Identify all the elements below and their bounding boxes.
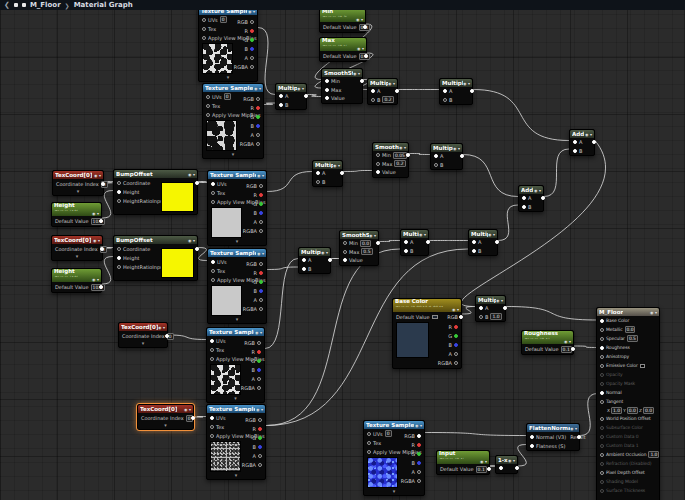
node-max[interactable]: MaxParam (0.5)◉ ▾Default Value0.5	[319, 37, 367, 62]
input-pin[interactable]	[206, 95, 210, 99]
uvs-value[interactable]: 0	[385, 430, 392, 437]
input-pin[interactable]	[600, 480, 604, 484]
input-pin[interactable]	[530, 444, 534, 448]
preview-toggle-icon[interactable]: ◉ ▾	[488, 232, 495, 237]
input-pin[interactable]	[522, 205, 526, 209]
texture-preview[interactable]	[211, 207, 242, 238]
input-pin[interactable]	[530, 435, 534, 439]
input-pin[interactable]	[210, 416, 214, 420]
input-pin[interactable]	[117, 265, 121, 269]
wire[interactable]	[498, 205, 518, 241]
output-pin[interactable]	[257, 368, 261, 372]
node-ss2[interactable]: SmoothStep◉ ▾Min0.05Max0.2Value	[372, 142, 409, 178]
input-pin[interactable]	[343, 258, 347, 262]
node-title[interactable]: TexCoord[0]◉ ▾	[52, 236, 102, 244]
node-title[interactable]: MinParam (0.3)◉ ▾	[320, 9, 365, 22]
preview-toggle-icon[interactable]: ◉ ▾	[650, 310, 657, 315]
output-pin[interactable]	[256, 124, 260, 128]
axis-value[interactable]: 0.0	[627, 407, 638, 414]
node-ts3[interactable]: Texture Sample◉ ▾UVsTexApply View MipBia…	[207, 170, 267, 246]
wire[interactable]	[462, 307, 475, 315]
output-pin[interactable]	[257, 350, 261, 354]
output-pin[interactable]	[259, 193, 263, 197]
preview-toggle-icon[interactable]: ◉ ▾	[256, 407, 263, 412]
expand-chevron-icon[interactable]: ▾	[199, 75, 257, 81]
input-pin[interactable]	[600, 471, 604, 475]
node-h2[interactable]: HeightParam (10)◉ ▾Default Value10.0	[51, 268, 102, 293]
output-pin[interactable]	[250, 29, 254, 33]
output-pin[interactable]	[257, 377, 261, 381]
output-pin[interactable]	[259, 289, 263, 293]
node-title[interactable]: Multiply◉ ▾	[401, 230, 428, 238]
node-title[interactable]: Add◉ ▾	[519, 186, 543, 194]
node-title[interactable]: HeightParam (10)◉ ▾	[52, 269, 101, 282]
output-pin[interactable]	[258, 463, 262, 467]
node-title[interactable]: TexCoord[0]◉ ▾	[119, 323, 167, 331]
input-pin[interactable]	[210, 339, 214, 343]
node-title[interactable]: Multiply◉ ▾	[299, 248, 330, 256]
wire[interactable]	[307, 95, 321, 97]
output-pin[interactable]	[258, 454, 262, 458]
node-bc[interactable]: Base ColorParam (0.0942,0.0941,0.105,1)◉…	[392, 298, 462, 369]
param-value[interactable]: 0.1	[476, 466, 487, 473]
expand-chevron-icon[interactable]: ▾	[119, 341, 167, 347]
input-pin[interactable]	[600, 444, 604, 448]
preview-toggle-icon[interactable]: ◉ ▾	[257, 251, 264, 256]
preview-toggle-icon[interactable]: ◉ ▾	[453, 146, 460, 151]
node-title[interactable]: Multiply◉ ▾	[469, 230, 497, 238]
output-pin[interactable]	[259, 184, 263, 188]
output-pin[interactable]	[454, 334, 458, 338]
node-mfloor[interactable]: M_Floor◉ ▾Base ColorMetallic0.0Specular0…	[596, 307, 660, 500]
output-pin[interactable]	[195, 247, 199, 251]
preview-toggle-icon[interactable]: ◉ ▾	[399, 145, 406, 150]
input-pin[interactable]	[202, 36, 206, 40]
output-pin[interactable]	[577, 435, 581, 439]
preview-toggle-icon[interactable]: ◉ ▾	[94, 173, 101, 178]
input-pin[interactable]	[600, 319, 604, 323]
wire[interactable]	[518, 445, 527, 467]
input-pin[interactable]	[302, 267, 306, 271]
input-pin[interactable]	[210, 425, 214, 429]
input-pin[interactable]	[325, 88, 329, 92]
texture-preview[interactable]	[202, 43, 233, 74]
node-ts4[interactable]: Texture Sample◉ ▾UVsTexApply View MipBia…	[207, 248, 267, 324]
node-title[interactable]: Texture Sample◉ ▾	[207, 328, 264, 336]
input-pin[interactable]	[404, 240, 408, 244]
output-pin[interactable]	[259, 229, 263, 233]
output-pin[interactable]	[259, 220, 263, 224]
input-pin[interactable]	[472, 240, 476, 244]
input-pin[interactable]	[211, 182, 215, 186]
node-h1[interactable]: HeightParam (10)◉ ▾Default Value10.0	[51, 202, 102, 227]
node-title[interactable]: Multiply◉ ▾	[368, 79, 397, 87]
node-ts6[interactable]: Texture Sample◉ ▾UVsTexApply View MipBia…	[206, 327, 265, 403]
preview-toggle-icon[interactable]: ◉ ▾	[585, 132, 592, 137]
input-pin[interactable]	[117, 247, 121, 251]
input-pin[interactable]	[376, 153, 380, 157]
color-swatch[interactable]	[432, 315, 438, 319]
pin-value[interactable]: 0.05	[393, 152, 407, 159]
wire[interactable]	[265, 259, 298, 349]
output-pin[interactable]	[250, 56, 254, 60]
expand-chevron-icon[interactable]: ▾	[207, 396, 264, 402]
emissive-swatch[interactable]	[640, 364, 645, 368]
input-pin[interactable]	[600, 462, 604, 466]
texture-preview[interactable]	[367, 457, 398, 488]
preview-toggle-icon[interactable]: ◉ ▾	[158, 325, 165, 330]
node-tc4[interactable]: TexCoord[0]◉ ▾Coordinate Index0▾	[137, 404, 194, 430]
pin-value[interactable]: 1.0	[648, 451, 659, 458]
expand-chevron-icon[interactable]: ▾	[138, 423, 193, 429]
output-pin[interactable]	[417, 434, 421, 438]
input-pin[interactable]	[404, 249, 408, 253]
grid-icon[interactable]	[14, 3, 18, 7]
preview-toggle-icon[interactable]: ◉ ▾	[321, 250, 328, 255]
output-pin[interactable]	[259, 298, 263, 302]
node-title[interactable]: InputParam (0.1)◉ ▾	[437, 451, 489, 464]
output-pin[interactable]	[99, 285, 103, 289]
input-pin[interactable]	[573, 140, 577, 144]
node-title[interactable]: 1-x◉ ▾	[496, 456, 517, 464]
node-title[interactable]: BumpOffset◉ ▾	[114, 236, 197, 244]
output-pin[interactable]	[100, 247, 104, 251]
node-input[interactable]: InputParam (0.1)◉ ▾Default Value0.1	[436, 450, 490, 475]
input-pin[interactable]	[434, 163, 438, 167]
node-title[interactable]: Texture Sample◉ ▾	[364, 421, 424, 429]
